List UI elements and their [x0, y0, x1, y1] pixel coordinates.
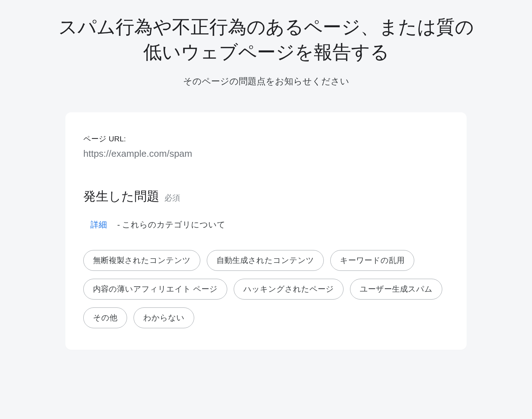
- violation-chips-container: 無断複製されたコンテンツ 自動生成されたコンテンツ キーワードの乱用 内容の薄い…: [83, 250, 449, 328]
- required-badge: 必須: [164, 193, 180, 203]
- details-row: 詳細 - これらのカテゴリについて: [83, 219, 449, 230]
- chip-thin-affiliate-page[interactable]: 内容の薄いアフィリエイト ページ: [83, 279, 227, 300]
- details-suffix: - これらのカテゴリについて: [117, 220, 225, 229]
- url-field-label: ページ URL:: [83, 134, 449, 144]
- details-link[interactable]: 詳細: [90, 220, 107, 229]
- page-title: スパム行為や不正行為のあるページ、または質の低いウェブページを報告する: [51, 14, 481, 65]
- url-field-value: https://example.com/spam: [83, 148, 449, 159]
- chip-user-generated-spam[interactable]: ユーザー生成スパム: [350, 279, 442, 300]
- chip-auto-generated-content[interactable]: 自動生成されたコンテンツ: [207, 250, 324, 271]
- chip-hacked-page[interactable]: ハッキングされたページ: [234, 279, 344, 300]
- page-subtitle: そのページの問題点をお知らせください: [7, 75, 525, 87]
- chip-keyword-stuffing[interactable]: キーワードの乱用: [330, 250, 414, 271]
- page-container: スパム行為や不正行為のあるページ、または質の低いウェブページを報告する そのペー…: [0, 0, 532, 350]
- problem-section-heading: 発生した問題 必須: [83, 188, 449, 205]
- report-card: ページ URL: https://example.com/spam 発生した問題…: [65, 112, 467, 350]
- chip-scraped-content[interactable]: 無断複製されたコンテンツ: [83, 250, 200, 271]
- chip-other[interactable]: その他: [83, 307, 127, 328]
- problem-heading-text: 発生した問題: [83, 188, 159, 205]
- chip-dont-know[interactable]: わからない: [134, 307, 194, 328]
